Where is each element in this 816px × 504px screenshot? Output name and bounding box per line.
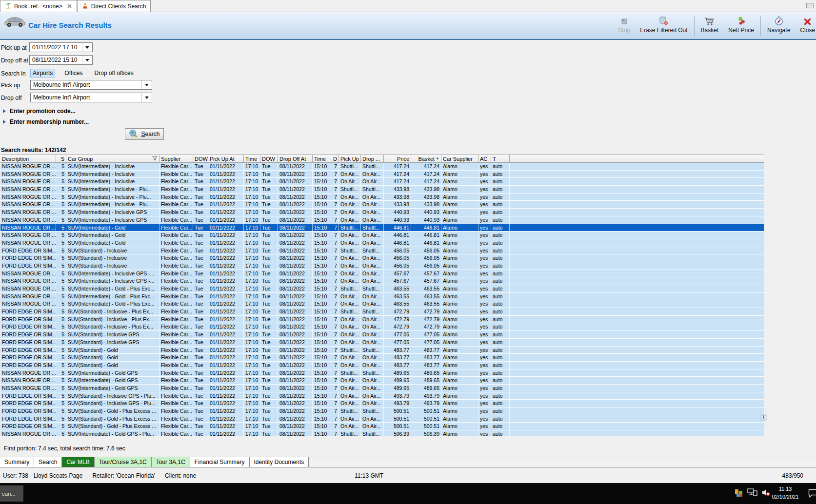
table-row[interactable]: NISSAN ROGUE OR ...5SUV(Intermediate) - … — [0, 194, 764, 201]
grid-cell-dow: Tue — [260, 194, 278, 201]
column-header-basket[interactable]: Basket▼ — [411, 155, 441, 162]
window-control-icon[interactable] — [806, 3, 814, 8]
column-header-price[interactable]: Price — [384, 155, 411, 162]
table-row[interactable]: NISSAN ROGUE OR ...5SUV(Intermediate) - … — [0, 293, 764, 301]
column-header-pick-up[interactable]: Pick Up — [339, 155, 361, 162]
column-header-drop-off-at[interactable]: Drop Off At — [278, 155, 313, 162]
dropoff-location-combo[interactable]: Melbourne Int'l Airport — [30, 93, 152, 102]
close-icon[interactable] — [67, 3, 72, 9]
table-row[interactable]: FORD EDGE OR SIM...5SUV(Standard) - Incl… — [0, 400, 764, 407]
column-header-s[interactable]: S — [56, 155, 66, 162]
dropoff-at-combo[interactable]: 08/11/2022 15:10 — [29, 55, 93, 65]
column-header-dow[interactable]: DOW — [193, 155, 208, 162]
document-tab-direct-clients-search[interactable]: Direct Clients Search — [77, 0, 151, 12]
chevron-down-icon[interactable] — [82, 56, 92, 64]
table-row[interactable]: NISSAN ROGUE OR ...5SUV(Intermediate) - … — [0, 430, 764, 436]
table-row[interactable]: FORD EDGE OR SIM...5SUV(Standard) - Gold… — [0, 354, 764, 362]
search-in-airports[interactable]: Airports — [30, 69, 55, 78]
table-row[interactable]: FORD EDGE OR SIM...5SUV(Standard) - Incl… — [0, 339, 764, 347]
pickup-location-combo[interactable]: Melbourne Int'l Airport — [30, 80, 152, 90]
table-row[interactable]: NISSAN ROGUE OR ...5SUV(Intermediate) - … — [0, 186, 764, 194]
taskbar-clock[interactable]: 11:13 02/10/2021 — [768, 485, 802, 501]
grid-cell-ac: yes — [478, 285, 491, 292]
tab-tour-cruise-3a-1c[interactable]: Tour/Cruise 3A,1C — [95, 457, 152, 467]
grid-body[interactable]: NISSAN ROGUE OR ...5SUV(Intermediate) - … — [0, 163, 764, 436]
network-icon[interactable] — [747, 488, 757, 499]
antivirus-tray-icon[interactable] — [735, 488, 743, 499]
grid-cell-description: FORD EDGE OR SIM... — [0, 331, 56, 338]
search-in-drop-off-offices[interactable]: Drop off offices — [92, 69, 136, 78]
table-row[interactable]: FORD EDGE OR SIM...5SUV(Standard) - Incl… — [0, 247, 764, 255]
search-button[interactable]: Search — [125, 128, 164, 140]
table-row[interactable]: NISSAN ROGUE OR ...5SUV(Intermediate) - … — [0, 209, 764, 216]
chevron-down-icon[interactable] — [141, 80, 152, 89]
nett-price-button[interactable]: Nett Price — [723, 15, 759, 35]
table-row[interactable]: FORD EDGE OR SIM...5SUV(Standard) - Incl… — [0, 323, 764, 331]
tab-car-mlb[interactable]: Car MLB — [62, 457, 94, 467]
table-row[interactable]: NISSAN ROGUE OR ...5SUV(Intermediate) - … — [0, 285, 764, 293]
chevron-down-icon[interactable] — [82, 43, 92, 52]
grid-cell-ac: yes — [478, 308, 491, 315]
table-row[interactable]: NISSAN ROGUE OR ...5SUV(Intermediate) - … — [0, 270, 764, 278]
table-row[interactable]: FORD EDGE OR SIM...5SUV(Standard) - Incl… — [0, 308, 764, 316]
table-row[interactable]: NISSAN ROGUE OR ...5SUV(Intermediate) - … — [0, 369, 764, 377]
membership-number-expander[interactable]: Enter membership number... — [3, 118, 89, 125]
table-row[interactable]: NISSAN ROGUE OR ...5SUV(Intermediate) - … — [0, 385, 764, 392]
grid-cell-pick-up-at: 01/11/2022 — [208, 201, 244, 208]
column-header-time[interactable]: Time — [244, 155, 260, 162]
column-header-t[interactable]: T — [491, 155, 510, 162]
navigate-button[interactable]: Navigate — [762, 15, 795, 35]
table-row[interactable]: FORD EDGE OR SIM...5SUV(Standard) - Incl… — [0, 392, 764, 400]
table-row[interactable]: FORD EDGE OR SIM...5SUV(Standard) - Gold… — [0, 362, 764, 369]
taskbar-app-button[interactable]: ean... — [0, 485, 23, 502]
table-row[interactable]: NISSAN ROGUE OR ...5SUV(Intermediate) - … — [0, 201, 764, 209]
tab-financial-summary[interactable]: Financial Summary — [190, 457, 250, 467]
table-row[interactable]: FORD EDGE OR SIM...5SUV(Standard) - Gold… — [0, 407, 764, 415]
erase-filtered-out-button[interactable]: Erase Filtered Out — [635, 15, 692, 35]
table-row[interactable]: FORD EDGE OR SIM...5SUV(Standard) - Incl… — [0, 254, 764, 262]
column-header-time[interactable]: Time — [313, 155, 329, 162]
chevron-down-icon[interactable] — [141, 93, 152, 102]
table-row[interactable]: NISSAN ROGUE OR ...5SUV(Intermediate) - … — [0, 300, 764, 308]
table-row[interactable]: NISSAN ROGUE OR ...5SUV(Intermediate) - … — [0, 224, 764, 232]
column-header-drop[interactable]: Drop ... — [361, 155, 384, 162]
table-row[interactable]: FORD EDGE OR SIM...5SUV(Standard) - Incl… — [0, 262, 764, 270]
grid-cell-dow: Tue — [260, 209, 278, 216]
column-header-car-supplier[interactable]: Car Supplier — [441, 155, 478, 162]
column-header-dow[interactable]: DOW — [260, 155, 278, 162]
column-header-car-group[interactable]: Car Group — [66, 155, 159, 162]
info-icon[interactable]: i — [760, 414, 767, 421]
column-header-ac[interactable]: AC — [478, 155, 491, 162]
tab-identity-documents[interactable]: Identity Documents — [250, 457, 309, 467]
table-row[interactable]: NISSAN ROGUE OR ...5SUV(Intermediate) - … — [0, 163, 764, 171]
table-row[interactable]: FORD EDGE OR SIM...5SUV(Standard) - Incl… — [0, 316, 764, 324]
search-in-offices[interactable]: Offices — [62, 69, 85, 78]
notification-icon[interactable] — [808, 488, 816, 500]
table-row[interactable]: NISSAN ROGUE OR ...5SUV(Intermediate) - … — [0, 178, 764, 186]
column-header-supplier[interactable]: Supplier — [159, 155, 193, 162]
grid-cell-time: 17:10 — [244, 300, 260, 308]
table-row[interactable]: NISSAN ROGUE OR ...5SUV(Intermediate) - … — [0, 277, 764, 285]
table-row[interactable]: NISSAN ROGUE OR ...5SUV(Intermediate) - … — [0, 171, 764, 178]
column-header-description[interactable]: Description — [0, 155, 56, 162]
tab-tour-3a-1c[interactable]: Tour 3A,1C — [152, 457, 190, 467]
table-row[interactable]: NISSAN ROGUE OR ...5SUV(Intermediate) - … — [0, 216, 764, 224]
document-tab-book-ref-none[interactable]: Book. ref.: <none> — [0, 0, 77, 12]
table-row[interactable]: FORD EDGE OR SIM...5SUV(Standard) - Incl… — [0, 331, 764, 339]
table-row[interactable]: NISSAN ROGUE OR ...5SUV(Intermediate) - … — [0, 232, 764, 239]
table-row[interactable]: FORD EDGE OR SIM...5SUV(Standard) - Gold… — [0, 423, 764, 430]
column-header-d[interactable]: D — [329, 155, 339, 162]
column-header-pick-up-at[interactable]: Pick Up At — [208, 155, 244, 162]
table-row[interactable]: FORD EDGE OR SIM...5SUV(Standard) - Gold… — [0, 415, 764, 423]
tab-summary[interactable]: Summary — [0, 457, 34, 467]
grid-cell-basket: 440.93 — [411, 209, 441, 216]
promotion-code-expander[interactable]: Enter promotion code... — [3, 108, 76, 115]
basket-button[interactable]: Basket — [696, 15, 724, 35]
grid-cell-car-group: SUV(Standard) - Inclusive - Plus Ex... — [66, 316, 159, 323]
table-row[interactable]: FORD EDGE OR SIM...5SUV(Standard) - Gold… — [0, 347, 764, 354]
pickup-at-combo[interactable]: 01/11/2022 17:10 — [29, 42, 93, 52]
tab-search[interactable]: Search — [34, 457, 62, 467]
table-row[interactable]: NISSAN ROGUE OR ...5SUV(Intermediate) - … — [0, 377, 764, 385]
close-button[interactable]: Close — [795, 15, 816, 35]
table-row[interactable]: NISSAN ROGUE OR ...5SUV(Intermediate) - … — [0, 239, 764, 247]
